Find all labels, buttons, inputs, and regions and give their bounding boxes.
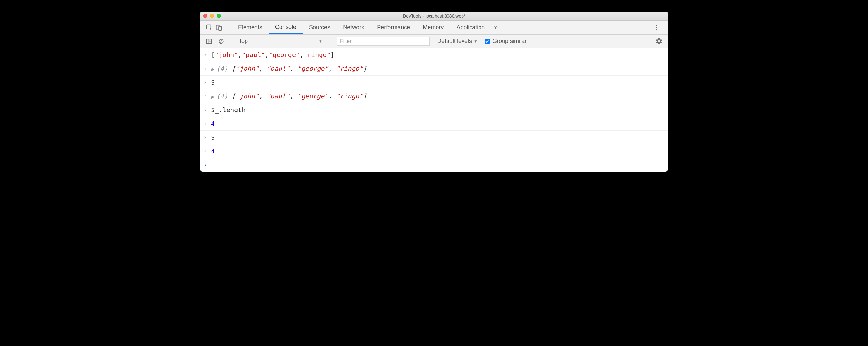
- chevron-down-icon: ▼: [474, 39, 477, 43]
- devtools-window: DevTools - localhost:8080/web/ ElementsC…: [200, 11, 668, 172]
- input-marker-icon: ›: [205, 76, 211, 87]
- device-toolbar-icon[interactable]: [214, 23, 224, 32]
- tab-memory[interactable]: Memory: [416, 21, 450, 34]
- toggle-sidebar-icon[interactable]: [205, 37, 214, 46]
- context-selector[interactable]: top ▼: [236, 37, 326, 46]
- group-similar-checkbox[interactable]: [485, 39, 490, 44]
- log-levels-label: Default levels: [437, 38, 472, 44]
- console-text[interactable]: $_: [211, 131, 663, 144]
- inspect-element-icon[interactable]: [205, 23, 214, 32]
- divider: [331, 37, 332, 45]
- window-controls: [203, 11, 221, 20]
- console-settings-icon[interactable]: [654, 37, 663, 46]
- output-marker-icon: ‹·: [205, 90, 211, 101]
- tab-application[interactable]: Application: [450, 21, 491, 34]
- tab-elements[interactable]: Elements: [232, 21, 269, 34]
- console-text[interactable]: 4: [211, 118, 663, 130]
- context-selector-label: top: [240, 38, 248, 44]
- console-input-line: ›$_: [200, 75, 668, 89]
- console-input-line: ›$_: [200, 131, 668, 145]
- panel-tabbar: ElementsConsoleSourcesNetworkPerformance…: [200, 21, 668, 35]
- console-text[interactable]: ▶ (4) ["john", "paul", "george", "ringo"…: [211, 90, 663, 102]
- input-marker-icon: ›: [205, 104, 211, 115]
- console-prompt-line[interactable]: ›: [200, 158, 668, 172]
- console-input-line: ›$_.length: [200, 103, 668, 117]
- console-output-line: ‹·▶ (4) ["john", "paul", "george", "ring…: [200, 89, 668, 103]
- console-text[interactable]: $_.length: [211, 104, 663, 116]
- svg-rect-2: [219, 26, 221, 30]
- filter-input[interactable]: [337, 37, 430, 46]
- console-input-line: ›["john","paul","george","ringo"]: [200, 48, 668, 62]
- svg-rect-3: [207, 39, 212, 43]
- console-body[interactable]: ›["john","paul","george","ringo"]‹·▶ (4)…: [200, 48, 668, 172]
- console-output-line: ‹·▶ (4) ["john", "paul", "george", "ring…: [200, 62, 668, 75]
- minimize-window-button[interactable]: [210, 14, 214, 18]
- group-similar-label: Group similar: [492, 38, 527, 44]
- expand-object-icon[interactable]: ▶: [211, 67, 216, 72]
- group-similar-toggle[interactable]: Group similar: [485, 38, 527, 44]
- devtools-menu-icon[interactable]: ⋮: [650, 23, 663, 32]
- window-title: DevTools - localhost:8080/web/: [403, 13, 465, 19]
- more-tabs-icon[interactable]: »: [491, 23, 501, 32]
- tab-console[interactable]: Console: [269, 21, 303, 34]
- output-marker-icon: ‹·: [205, 118, 211, 128]
- input-marker-icon: ›: [205, 131, 211, 142]
- maximize-window-button[interactable]: [217, 14, 221, 18]
- titlebar: DevTools - localhost:8080/web/: [200, 11, 668, 21]
- log-levels-selector[interactable]: Default levels ▼: [437, 38, 477, 44]
- output-marker-icon: ‹·: [205, 62, 211, 73]
- console-text[interactable]: ["john","paul","george","ringo"]: [211, 49, 663, 61]
- expand-object-icon[interactable]: ▶: [211, 94, 216, 99]
- console-output-line: ‹·4: [200, 145, 668, 158]
- console-toolbar: top ▼ Default levels ▼ Group similar: [200, 35, 668, 48]
- console-text[interactable]: $_: [211, 76, 663, 88]
- close-window-button[interactable]: [203, 14, 207, 18]
- tab-performance[interactable]: Performance: [371, 21, 416, 34]
- input-marker-icon: ›: [205, 49, 211, 60]
- console-output-line: ‹·4: [200, 117, 668, 131]
- tab-network[interactable]: Network: [337, 21, 371, 34]
- tab-sources[interactable]: Sources: [303, 21, 337, 34]
- svg-line-6: [220, 40, 222, 42]
- divider: [231, 37, 231, 45]
- console-input[interactable]: [211, 159, 663, 171]
- chevron-down-icon: ▼: [319, 39, 322, 43]
- clear-console-icon[interactable]: [217, 37, 226, 46]
- console-text[interactable]: ▶ (4) ["john", "paul", "george", "ringo"…: [211, 62, 663, 75]
- divider: [646, 23, 646, 32]
- divider: [227, 23, 228, 32]
- prompt-marker-icon: ›: [205, 159, 211, 170]
- output-marker-icon: ‹·: [205, 145, 211, 156]
- console-text[interactable]: 4: [211, 145, 663, 157]
